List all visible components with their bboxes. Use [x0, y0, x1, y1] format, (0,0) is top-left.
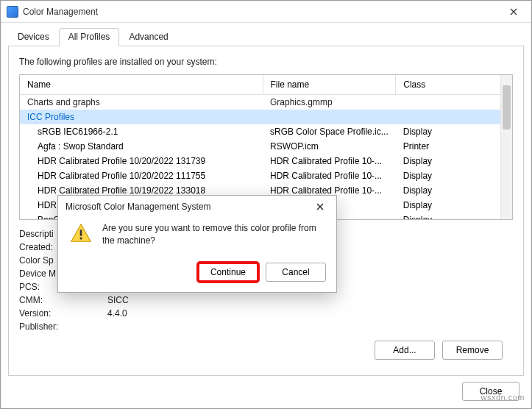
tab-all-profiles[interactable]: All Profiles [59, 28, 120, 46]
close-icon [316, 203, 324, 210]
detail-label: Version: [19, 308, 107, 319]
detail-value: 4.4.0 [107, 308, 127, 319]
confirm-dialog: Microsoft Color Management System Are yo… [57, 195, 337, 293]
dialog-body: Are you sure you want to remove this col… [58, 218, 336, 258]
close-icon [510, 8, 517, 15]
tab-devices[interactable]: Devices [8, 28, 59, 46]
add-button[interactable]: Add... [375, 341, 435, 360]
table-row[interactable]: Agfa : Swop StandardRSWOP.icmPrinter [20, 139, 500, 154]
detail-label: CMM: [19, 295, 107, 305]
table-row[interactable]: sRGB IEC61966-2.1sRGB Color Space Profil… [20, 124, 500, 139]
remove-button[interactable]: Remove [442, 341, 503, 360]
col-header-name[interactable]: Name [20, 75, 263, 95]
profile-buttons: Add... Remove [19, 333, 513, 364]
window-close-button[interactable] [497, 1, 530, 22]
dialog-close-button[interactable] [307, 197, 333, 216]
dialog-message: Are you sure you want to remove this col… [102, 222, 324, 248]
dialog-footer: Close [1, 377, 531, 408]
dialog-title: Microsoft Color Management System [65, 202, 307, 212]
vertical-scrollbar[interactable] [500, 75, 512, 219]
dialog-buttons: Continue Cancel [58, 258, 336, 292]
table-row[interactable]: HDR Calibrated Profile 10/20/2022 111755… [20, 168, 500, 183]
table-group-selected[interactable]: ICC Profiles [20, 110, 500, 124]
app-icon [7, 6, 18, 18]
watermark: wsxdn.com [480, 393, 525, 402]
intro-text: The following profiles are installed on … [19, 57, 513, 67]
table-row[interactable]: HDR Calibrated Profile 10/20/2022 131739… [20, 154, 500, 168]
continue-button[interactable]: Continue [198, 263, 258, 282]
dialog-titlebar: Microsoft Color Management System [58, 196, 336, 218]
table-group[interactable]: Charts and graphs Graphics.gmmp [20, 95, 500, 110]
tab-advanced[interactable]: Advanced [119, 28, 177, 46]
svg-rect-0 [80, 230, 82, 235]
detail-value: SICC [107, 295, 129, 305]
svg-rect-1 [80, 238, 82, 240]
titlebar: Color Management [1, 1, 531, 23]
window-title: Color Management [23, 7, 497, 17]
col-header-file[interactable]: File name [263, 75, 396, 95]
table-header-row: Name File name Class [20, 75, 500, 95]
cancel-button[interactable]: Cancel [266, 263, 326, 282]
col-header-class[interactable]: Class [396, 75, 500, 95]
tab-strip: Devices All Profiles Advanced [8, 27, 524, 46]
warning-icon [70, 222, 92, 244]
detail-label: Publisher: [19, 321, 107, 332]
scrollbar-thumb[interactable] [503, 85, 511, 129]
